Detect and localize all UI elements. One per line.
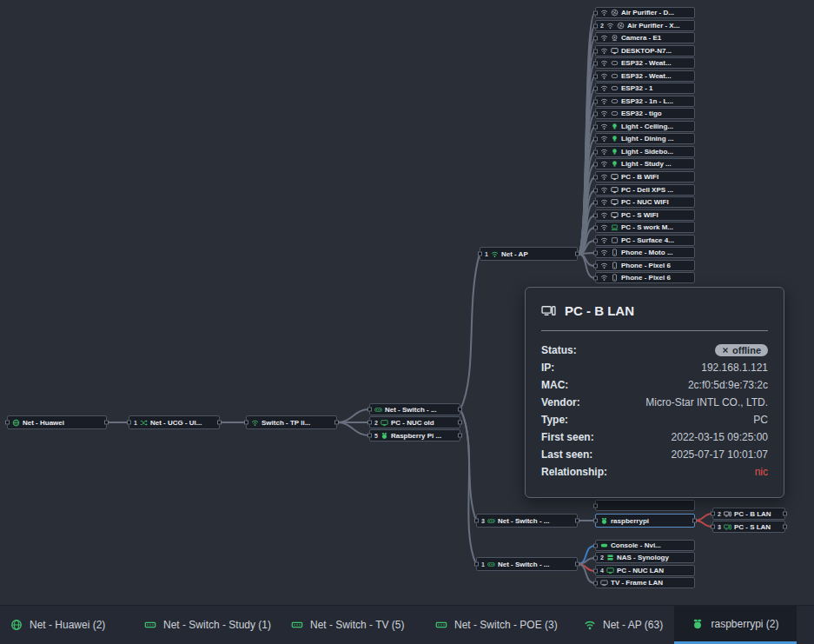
device-node[interactable]: 2Air Purifier - X...: [595, 20, 695, 31]
tab-net-switch-poe[interactable]: Net - Switch - POE (3): [435, 606, 558, 644]
node-label: PC - NUC LAN: [617, 567, 689, 574]
device-node[interactable]: Light - Ceiling...: [595, 121, 695, 132]
device-node[interactable]: ESP32 - Weat...: [595, 57, 695, 69]
device-node[interactable]: ESP32 - tigo: [595, 108, 695, 119]
monitor-icon: [611, 186, 619, 194]
node-label: Switch - TP li...: [261, 419, 331, 427]
edge-link: [695, 521, 712, 527]
wifi-icon: [606, 22, 614, 30]
device-node[interactable]: Air Purifier - D...: [595, 7, 695, 18]
device-node[interactable]: Phone - Moto ...: [595, 247, 695, 258]
tab-net-switch-study[interactable]: Net - Switch - Study (1): [144, 606, 271, 644]
field-label: Last seen:: [541, 448, 592, 461]
edge-link: [460, 409, 476, 564]
node-label: DESKTOP-N7...: [621, 47, 689, 55]
node-switch-tp[interactable]: Switch - TP li...: [246, 415, 337, 429]
tv-icon: [600, 579, 608, 587]
monitor-icon: [611, 211, 619, 219]
chip-icon: [611, 72, 619, 80]
device-node[interactable]: Console - Nvi...: [595, 540, 695, 551]
tab-raspberrypi[interactable]: raspberrypi (2): [674, 606, 797, 644]
pc-icon: [724, 523, 731, 531]
device-node[interactable]: PC - Surface 4...: [595, 235, 695, 246]
bulb-icon: [611, 160, 619, 168]
field-label: Vendor:: [541, 396, 580, 408]
node-net-switch-cluster[interactable]: Net - Switch - ...: [369, 403, 460, 415]
status-text: offline: [732, 345, 761, 355]
device-node[interactable]: ESP32 - 1: [595, 83, 695, 94]
tooltip-row-relationship: Relationship: nic: [539, 463, 770, 481]
wifi-icon: [600, 47, 608, 55]
tab-label: Net - AP (63): [603, 619, 663, 631]
tab-net-huawei[interactable]: Net - Huawei (2): [10, 606, 105, 644]
port-handle: [593, 149, 598, 154]
device-node[interactable]: PC - B WIFI: [595, 171, 695, 183]
node-net-ap[interactable]: 1 Net - AP: [480, 247, 578, 261]
node-label: Phone - Moto ...: [621, 249, 689, 256]
node-label: Net - UCG - Ul...: [150, 419, 214, 427]
tab-net-switch-tv[interactable]: Net - Switch - TV (5): [291, 606, 404, 644]
port-handle: [575, 519, 579, 523]
port-handle: [575, 562, 579, 567]
device-node[interactable]: PC - S work M...: [595, 222, 695, 233]
device-node[interactable]: Light - Study ...: [595, 158, 695, 169]
device-node[interactable]: Light - Dining ...: [595, 133, 695, 144]
node-pc-b-lan[interactable]: 2 PC - B LAN: [712, 508, 785, 520]
node-net-huawei[interactable]: Net - Huawei: [7, 415, 107, 429]
field-value: 2022-03-15 09:25:00: [672, 431, 768, 443]
field-value: PC: [753, 414, 768, 426]
node-label: Net - Switch - ...: [498, 517, 572, 525]
device-node[interactable]: PC - Dell XPS ...: [595, 184, 695, 196]
device-node-clipped[interactable]: [595, 500, 695, 511]
field-label: Status:: [541, 344, 577, 356]
device-node[interactable]: Camera - E1: [595, 32, 695, 43]
tab-label: raspberrypi (2): [711, 618, 778, 630]
globe-icon: [10, 619, 23, 631]
port-handle: [593, 213, 598, 217]
field-value: 2c:f0:5d:9e:73:2c: [688, 379, 768, 391]
chip-icon: [611, 110, 619, 117]
port-number: 5: [374, 433, 378, 439]
device-node[interactable]: DESKTOP-N7...: [595, 45, 695, 56]
port-handle: [783, 512, 787, 516]
port-handle: [593, 111, 598, 116]
port-handle: [593, 238, 598, 242]
node-net-switch-b[interactable]: 1 Net - Switch - ...: [476, 557, 578, 571]
device-node[interactable]: ESP32 - Weat...: [595, 70, 695, 82]
port-handle: [593, 519, 598, 523]
device-node[interactable]: ESP32 - 1n - L...: [595, 96, 695, 107]
port-handle: [593, 23, 598, 28]
monitor-icon: [611, 173, 619, 181]
node-pc-s-lan[interactable]: 3 PC - S LAN: [712, 521, 785, 533]
wifi-icon: [600, 211, 608, 219]
node-net-ucg[interactable]: 1 Net - UCG - Ul...: [129, 415, 220, 429]
node-raspberry-pi[interactable]: 5 Raspberry Pi ...: [369, 429, 460, 442]
node-label: Camera - E1: [621, 34, 689, 42]
status-badge: offline: [715, 344, 768, 356]
device-node[interactable]: Phone - Pixel 6: [595, 260, 695, 271]
field-value: 192.168.1.121: [701, 362, 768, 374]
device-node[interactable]: Phone - Pixel 6: [595, 272, 695, 283]
chip-icon: [611, 59, 619, 67]
node-pc-nuc-old[interactable]: 2 PC - NUC old: [369, 416, 460, 428]
device-node[interactable]: Light - Sidebo...: [595, 146, 695, 157]
port-handle: [367, 408, 372, 412]
device-node[interactable]: 2NAS - Synology: [595, 552, 695, 563]
device-node[interactable]: TV - Frame LAN: [595, 577, 695, 588]
device-node[interactable]: PC - NUC WIFI: [595, 196, 695, 208]
node-net-switch-a[interactable]: 3 Net - Switch - ...: [476, 514, 578, 528]
monitor-icon: [381, 419, 388, 427]
port-handle: [593, 10, 598, 15]
topology-canvas[interactable]: Net - Huawei 1 Net - UCG - Ul... Switch …: [0, 0, 814, 605]
pc-icon: [724, 510, 731, 518]
wifi-icon: [600, 123, 608, 130]
pc-icon: [541, 303, 556, 318]
port-handle: [593, 36, 598, 40]
wifi-icon: [600, 223, 608, 231]
wifi-icon: [600, 236, 608, 244]
device-node[interactable]: 4PC - NUC LAN: [595, 565, 695, 576]
device-node[interactable]: PC - S WIFI: [595, 209, 695, 221]
node-raspberrypi[interactable]: raspberrypi: [595, 514, 695, 528]
port-handle: [127, 421, 131, 425]
tab-net-ap[interactable]: Net - AP (63): [584, 606, 663, 644]
